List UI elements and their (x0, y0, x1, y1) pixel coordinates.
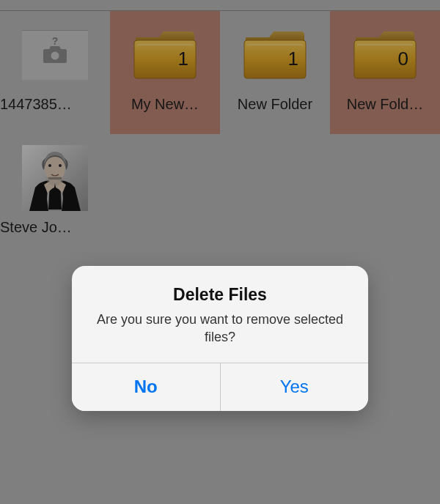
modal-backdrop (0, 0, 440, 504)
dialog-title: Delete Files (88, 285, 352, 305)
dialog-button-row: No Yes (72, 363, 368, 411)
no-button[interactable]: No (72, 363, 220, 411)
delete-confirm-dialog: Delete Files Are you sure you want to re… (72, 266, 368, 411)
dialog-message: Are you sure you want to remove selected… (88, 311, 352, 346)
yes-button[interactable]: Yes (220, 363, 369, 411)
